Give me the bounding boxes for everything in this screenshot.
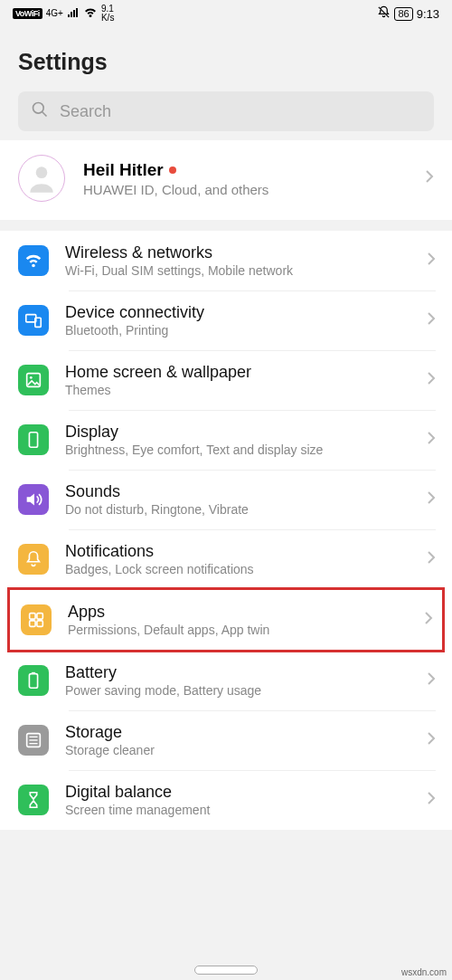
row-sub: Screen time management [65, 803, 410, 817]
profile-text: Heil Hitler HUAWEI ID, Cloud, and others [83, 160, 407, 197]
row-sub: Power saving mode, Battery usage [65, 683, 410, 698]
profile-name: Heil Hitler [83, 160, 164, 180]
svg-point-6 [30, 376, 33, 379]
battery-icon [18, 665, 49, 696]
search-icon [31, 100, 49, 122]
chevron-right-icon [425, 169, 434, 187]
hourglass-icon [18, 785, 49, 815]
svg-rect-8 [30, 614, 35, 619]
profile-row[interactable]: Heil Hitler HUAWEI ID, Cloud, and others [0, 140, 452, 220]
wifi-icon [83, 7, 98, 21]
svg-rect-11 [37, 621, 42, 626]
profile-sub: HUAWEI ID, Cloud, and others [83, 182, 407, 197]
row-storage[interactable]: StorageStorage cleaner [0, 710, 452, 770]
row-sub: Permissions, Default apps, App twin [68, 623, 408, 637]
row-sub: Bluetooth, Printing [65, 323, 410, 338]
row-title: Device connectivity [65, 303, 410, 322]
row-title: Storage [65, 723, 410, 742]
row-wireless[interactable]: Wireless & networksWi-Fi, Dual SIM setti… [0, 231, 452, 290]
status-left: VoWiFi 4G+ 9.1 K/s [13, 5, 114, 23]
chevron-right-icon [427, 791, 436, 809]
row-sounds[interactable]: SoundsDo not disturb, Ringtone, Vibrate [0, 470, 452, 529]
svg-rect-10 [30, 621, 35, 626]
display-icon [18, 424, 49, 455]
sound-icon [18, 484, 49, 515]
row-title: Home screen & wallpaper [65, 363, 410, 382]
wifi-icon [18, 245, 49, 276]
row-title: Display [65, 423, 410, 442]
svg-rect-12 [29, 674, 37, 689]
row-digital-balance[interactable]: Digital balanceScreen time management [0, 770, 452, 830]
status-bar: VoWiFi 4G+ 9.1 K/s 86 9:13 [0, 0, 452, 24]
row-title: Sounds [65, 482, 410, 501]
svg-point-2 [36, 167, 48, 178]
chevron-right-icon [427, 490, 436, 509]
row-battery[interactable]: BatteryPower saving mode, Battery usage [0, 651, 452, 710]
page-title: Settings [0, 24, 452, 91]
svg-line-1 [42, 112, 47, 117]
home-indicator[interactable] [194, 966, 258, 975]
row-notifications[interactable]: NotificationsBadges, Lock screen notific… [0, 529, 452, 589]
row-title: Notifications [65, 542, 410, 561]
svg-rect-9 [37, 614, 42, 619]
signal-label: 4G+ [46, 9, 63, 18]
row-device-connectivity[interactable]: Device connectivityBluetooth, Printing [0, 290, 452, 350]
vowifi-badge: VoWiFi [13, 8, 42, 19]
row-title: Digital balance [65, 783, 410, 802]
chevron-right-icon [427, 550, 436, 568]
storage-icon [18, 725, 49, 756]
bell-icon [18, 544, 49, 575]
status-right: 86 9:13 [377, 5, 439, 22]
svg-point-0 [33, 103, 44, 114]
row-title: Battery [65, 663, 410, 682]
wallpaper-icon [18, 365, 49, 395]
chevron-right-icon [427, 252, 436, 270]
svg-rect-13 [32, 672, 35, 674]
row-title: Apps [68, 603, 408, 622]
settings-section: Wireless & networksWi-Fi, Dual SIM setti… [0, 231, 452, 830]
row-sub: Brightness, Eye comfort, Text and displa… [65, 442, 410, 457]
row-sub: Badges, Lock screen notifications [65, 562, 410, 576]
search-input[interactable] [60, 102, 421, 121]
devices-icon [18, 305, 49, 336]
apps-icon [21, 604, 52, 635]
avatar [18, 155, 65, 202]
clock: 9:13 [417, 7, 439, 21]
row-apps[interactable]: AppsPermissions, Default apps, App twin [10, 590, 442, 650]
signal-icon [67, 7, 80, 21]
notification-dot-icon [169, 167, 176, 174]
row-title: Wireless & networks [65, 243, 410, 262]
chevron-right-icon [427, 431, 436, 449]
row-sub: Wi-Fi, Dual SIM settings, Mobile network [65, 263, 410, 278]
row-display[interactable]: DisplayBrightness, Eye comfort, Text and… [0, 410, 452, 470]
net-speed: 9.1 K/s [101, 5, 114, 23]
chevron-right-icon [427, 311, 436, 329]
highlight-apps: AppsPermissions, Default apps, App twin [7, 587, 445, 652]
search-bar[interactable] [18, 91, 434, 131]
svg-rect-7 [29, 433, 37, 448]
chevron-right-icon [427, 371, 436, 389]
row-home-screen[interactable]: Home screen & wallpaperThemes [0, 350, 452, 410]
chevron-right-icon [427, 671, 436, 690]
chevron-right-icon [427, 731, 436, 749]
chevron-right-icon [424, 611, 433, 629]
row-sub: Themes [65, 383, 410, 397]
row-sub: Storage cleaner [65, 743, 410, 757]
mute-icon [377, 5, 391, 22]
battery-indicator: 86 [394, 7, 412, 21]
row-sub: Do not disturb, Ringtone, Vibrate [65, 502, 410, 517]
watermark: wsxdn.com [401, 967, 447, 977]
